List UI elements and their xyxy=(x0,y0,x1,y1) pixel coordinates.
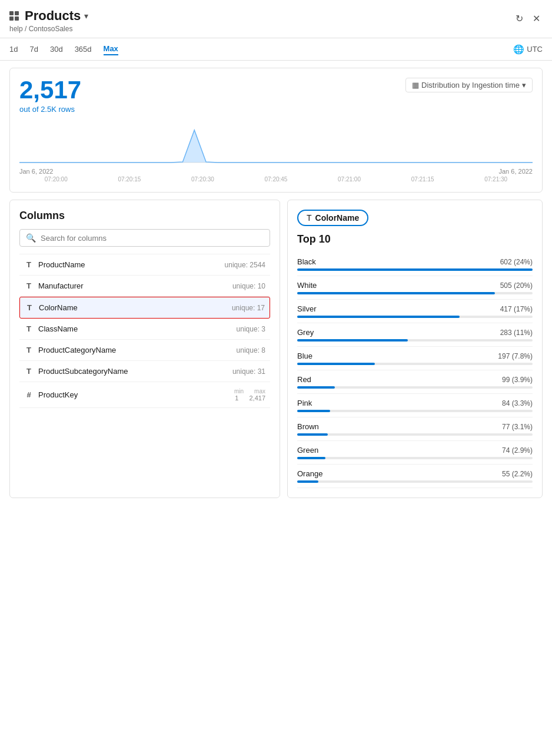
chart-header: 2,517 out of 2.5K rows ▦ Distribution by… xyxy=(19,78,533,114)
top10-bar xyxy=(297,480,318,483)
col-type-icon: T xyxy=(24,281,34,290)
list-item: White 505 (20%) xyxy=(297,276,533,300)
time-filter-365d[interactable]: 365d xyxy=(75,44,92,55)
time-label-5: 07:21:15 xyxy=(411,176,434,183)
top10-bar xyxy=(297,386,335,389)
search-box[interactable]: 🔍 xyxy=(19,229,270,247)
list-item: Black 602 (24%) xyxy=(297,253,533,276)
top10-bar xyxy=(297,457,325,459)
list-item[interactable]: T ProductSubcategoryName unique: 31 xyxy=(19,361,270,382)
top10-value: 417 (17%) xyxy=(500,305,533,313)
list-item[interactable]: T ProductCategoryName unique: 8 xyxy=(19,340,270,361)
top10-bar xyxy=(297,316,460,318)
col-stats: unique: 3 xyxy=(237,325,265,333)
col-type-icon: T xyxy=(24,324,34,333)
top10-title: Top 10 xyxy=(297,233,533,246)
top10-bar-container xyxy=(297,480,533,483)
col-stats-minmax: min max 1 2,417 xyxy=(234,388,265,402)
distribution-button[interactable]: ▦ Distribution by Ingestion time ▾ xyxy=(405,78,533,92)
column-tag-icon: T xyxy=(307,213,312,223)
list-item[interactable]: # ProductKey min max 1 2,417 xyxy=(19,382,270,408)
time-label-2: 07:20:30 xyxy=(191,176,214,183)
search-input[interactable] xyxy=(41,234,264,243)
list-item[interactable]: T Manufacturer unique: 10 xyxy=(19,276,270,297)
top10-label: Grey xyxy=(297,328,314,337)
column-left: T ClassName xyxy=(24,324,78,333)
detail-panel: T ColorName Top 10 Black 602 (24%) White… xyxy=(287,200,543,498)
list-item-selected[interactable]: T ColorName unique: 17 xyxy=(19,297,270,319)
time-label-3: 07:20:45 xyxy=(265,176,288,183)
top10-row: Silver 417 (17%) xyxy=(297,304,533,313)
col-stats: unique: 31 xyxy=(232,367,265,376)
list-item[interactable]: T ClassName unique: 3 xyxy=(19,319,270,340)
top10-value: 74 (2.9%) xyxy=(502,446,533,455)
date-right: Jan 6, 2022 xyxy=(499,168,533,175)
timezone-label: UTC xyxy=(527,45,543,54)
chart-section: 2,517 out of 2.5K rows ▦ Distribution by… xyxy=(9,68,543,193)
distribution-icon: ▦ xyxy=(412,81,419,89)
col-name: ProductCategoryName xyxy=(38,346,116,354)
column-tag-label: ColorName xyxy=(315,213,360,223)
col-name: ProductName xyxy=(38,260,85,269)
top10-bar-container xyxy=(297,316,533,318)
column-left: # ProductKey xyxy=(24,390,78,399)
column-left: T ColorName xyxy=(25,303,78,312)
top10-bar xyxy=(297,363,375,365)
page-title: Products ▾ xyxy=(9,8,88,24)
col-stats: unique: 17 xyxy=(232,304,265,312)
col-name: Manufacturer xyxy=(38,281,84,290)
top10-value: 55 (2.2%) xyxy=(502,470,533,478)
header-actions: ↻ ✕ xyxy=(513,11,543,26)
top10-value: 197 (7.8%) xyxy=(498,352,533,360)
chart-area xyxy=(19,118,533,165)
time-filter-bar: 1d 7d 30d 365d Max 🌐 UTC xyxy=(0,38,552,61)
top10-bar-container xyxy=(297,339,533,341)
list-item: Blue 197 (7.8%) xyxy=(297,347,533,370)
distribution-label: Distribution by Ingestion time xyxy=(421,81,520,89)
top10-label: Pink xyxy=(297,399,312,407)
col-name: ProductKey xyxy=(38,390,78,399)
top10-row: Green 74 (2.9%) xyxy=(297,446,533,455)
list-item: Red 99 (3.9%) xyxy=(297,370,533,394)
list-item[interactable]: T ProductName unique: 2544 xyxy=(19,254,270,276)
top10-label: Green xyxy=(297,446,318,455)
top10-value: 505 (20%) xyxy=(500,281,533,290)
time-filter-max[interactable]: Max xyxy=(104,43,118,55)
col-stats: unique: 2544 xyxy=(225,261,265,269)
column-tag: T ColorName xyxy=(297,210,368,226)
top10-bar-container xyxy=(297,457,533,459)
list-item: Brown 77 (3.1%) xyxy=(297,417,533,441)
min-value: 1 xyxy=(235,394,238,402)
top10-label: Silver xyxy=(297,304,317,313)
header: Products ▾ help / ContosoSales ↻ ✕ xyxy=(0,0,552,38)
top10-row: Pink 84 (3.3%) xyxy=(297,399,533,407)
time-filter-30d[interactable]: 30d xyxy=(50,44,63,55)
chart-time-labels: 07:20:00 07:20:15 07:20:30 07:20:45 07:2… xyxy=(19,176,533,183)
time-filter-7d[interactable]: 7d xyxy=(29,44,38,55)
top10-bar-container xyxy=(297,410,533,412)
chart-svg xyxy=(19,118,533,165)
timezone-button[interactable]: 🌐 UTC xyxy=(513,44,543,55)
list-item: Pink 84 (3.3%) xyxy=(297,394,533,417)
list-item: Silver 417 (17%) xyxy=(297,300,533,323)
top10-value: 602 (24%) xyxy=(500,258,533,266)
time-filter-1d[interactable]: 1d xyxy=(9,44,18,55)
column-left: T ProductSubcategoryName xyxy=(24,367,128,376)
title-dropdown-btn[interactable]: ▾ xyxy=(84,11,88,21)
close-button[interactable]: ✕ xyxy=(530,11,543,26)
refresh-button[interactable]: ↻ xyxy=(513,11,526,26)
top10-bar xyxy=(297,292,495,294)
top10-bar xyxy=(297,268,533,271)
top10-bar xyxy=(297,339,408,341)
globe-icon: 🌐 xyxy=(513,44,524,55)
col-type-icon: # xyxy=(24,390,34,399)
column-left: T ProductCategoryName xyxy=(24,346,116,354)
max-label: max xyxy=(254,388,265,394)
column-left: T Manufacturer xyxy=(24,281,84,290)
max-value: 2,417 xyxy=(249,394,265,402)
list-item: Grey 283 (11%) xyxy=(297,323,533,347)
row-count: 2,517 xyxy=(19,78,81,102)
col-name: ColorName xyxy=(39,303,78,312)
time-label-4: 07:21:00 xyxy=(338,176,361,183)
top10-value: 283 (11%) xyxy=(500,329,533,337)
